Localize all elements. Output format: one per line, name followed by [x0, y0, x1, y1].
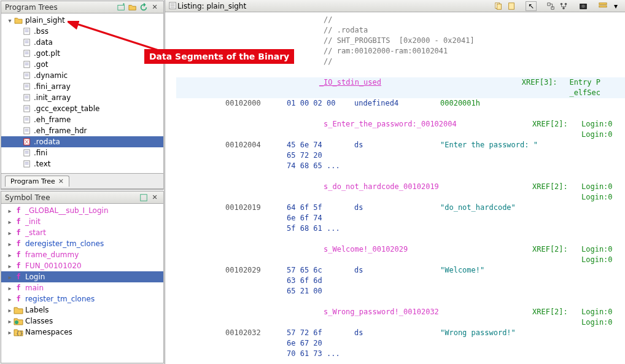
program-tree-item[interactable]: .init_array [1, 92, 163, 103]
expander-icon[interactable]: ▾ [6, 17, 14, 24]
segment-label: .rodata [34, 137, 60, 146]
listing-address[interactable]: 00102000 [225, 98, 287, 109]
paste-icon[interactable] [506, 1, 517, 11]
program-tree-item[interactable]: .got [1, 59, 163, 70]
program-tree-tab[interactable]: Program Tree ✕ [5, 176, 69, 187]
listing-symbol-label[interactable]: _IO_stdin_used [319, 77, 522, 88]
listing-address[interactable]: 00102004 [225, 140, 287, 150]
program-tree-item[interactable]: .dynamic [1, 70, 163, 81]
svg-rect-27 [24, 95, 29, 101]
xref-target[interactable]: Login:0 [581, 307, 613, 317]
program-tree-item[interactable]: .got.plt [1, 48, 163, 59]
program-tree-item[interactable]: .text [1, 158, 163, 169]
expander-icon[interactable]: ▸ [6, 329, 14, 336]
program-tree-item[interactable]: .eh_frame_hdr [1, 125, 163, 136]
function-label: FUN_00101020 [25, 261, 82, 270]
program-tree-root[interactable]: ▾plain_sight [1, 15, 163, 26]
xref-label[interactable]: XREF[2]: [532, 119, 581, 130]
symbol-tree-folder[interactable]: ▸Labels [1, 304, 163, 316]
program-tree-item[interactable]: .fini_array [1, 81, 163, 92]
listing-symbol-label[interactable]: s_Wrong_password!_00102032 [324, 307, 532, 317]
cursor-icon[interactable]: ↖ [526, 1, 537, 11]
copy-icon[interactable] [493, 1, 504, 11]
expander-icon[interactable]: ▸ [6, 207, 14, 214]
expander-icon[interactable]: ▸ [6, 230, 14, 236]
close-panel-icon[interactable]: ✕ [150, 193, 160, 203]
listing-address[interactable]: 00102019 [225, 203, 287, 213]
svg-rect-44 [24, 150, 29, 156]
listing-address[interactable]: 00102032 [225, 328, 287, 338]
xref-target[interactable]: Entry P [569, 77, 600, 88]
listing-body[interactable]: → //// .rodata// SHT_PROGBITS [0x2000 - … [165, 12, 625, 364]
xref-target[interactable]: Login:0 [581, 192, 613, 203]
expander-icon[interactable]: ▸ [6, 219, 14, 225]
symbol-tree-folder[interactable]: ▸{}Namespaces [1, 327, 163, 338]
xref-label[interactable]: XREF[2]: [532, 244, 581, 255]
function-label: register_tm_clones [25, 295, 95, 303]
fields-icon[interactable] [597, 1, 608, 11]
symbol-tree-body[interactable]: ▸f_GLOBAL__sub_I_Login▸f_init▸f_start▸fd… [1, 204, 163, 363]
segment-icon [22, 71, 32, 80]
config-icon[interactable] [139, 193, 149, 203]
listing-address[interactable]: 00102029 [225, 265, 287, 276]
program-tree-item[interactable]: .data [1, 37, 163, 48]
xref-target[interactable]: Login:0 [581, 119, 613, 130]
symbol-tree-func[interactable]: ▸f_GLOBAL__sub_I_Login [1, 205, 163, 216]
function-icon: f [14, 295, 23, 303]
xref-target[interactable]: Login:0 [581, 317, 613, 328]
program-tree-body[interactable]: ▾plain_sight.bss.data.got.plt.got.dynami… [1, 14, 163, 173]
symbol-tree-func[interactable]: ▸f_start [1, 227, 163, 238]
xref-label[interactable]: XREF[2]: [532, 182, 581, 192]
expander-icon[interactable]: ▸ [6, 285, 14, 292]
close-panel-icon[interactable]: ✕ [150, 2, 160, 12]
new-tree-icon[interactable] [117, 2, 126, 12]
xref-label[interactable]: XREF[2]: [532, 307, 581, 317]
folder-icon [14, 16, 23, 25]
expander-icon[interactable]: ▸ [6, 263, 14, 269]
expander-icon[interactable]: ▸ [6, 318, 14, 325]
toggle-flow-icon[interactable] [545, 1, 556, 11]
expander-icon[interactable]: ▸ [6, 252, 14, 258]
svg-rect-23 [24, 83, 29, 90]
symbol-tree-func[interactable]: ▸fLogin [1, 271, 163, 282]
segment-label: .gcc_except_table [34, 104, 99, 113]
symbol-tree-func[interactable]: ▸fregister_tm_clones [1, 293, 163, 304]
symbol-tree-func[interactable]: ▸fmain [1, 282, 163, 293]
expander-icon[interactable]: ▸ [6, 274, 14, 281]
symbol-tree-func[interactable]: ▸fFUN_00101020 [1, 260, 163, 271]
symbol-tree-folder[interactable]: ▸Classes [1, 316, 163, 327]
close-tab-icon[interactable]: ✕ [58, 177, 64, 185]
segment-icon [22, 27, 32, 36]
refresh-icon[interactable] [139, 2, 149, 12]
xref-target[interactable]: Login:0 [581, 255, 613, 265]
program-tree-item[interactable]: .gcc_except_table [1, 103, 163, 114]
xref-target[interactable]: _elfSec [569, 88, 600, 98]
open-folder-icon[interactable] [128, 2, 138, 12]
expander-icon[interactable]: ▸ [6, 241, 14, 247]
expander-icon[interactable]: ▸ [6, 307, 14, 314]
tree-icon[interactable] [558, 1, 569, 11]
listing-bytes: 01 00 02 00 [287, 98, 354, 109]
xref-target[interactable]: Login:0 [581, 244, 613, 255]
xref-target[interactable]: Login:0 [581, 182, 613, 192]
function-icon: f [14, 284, 23, 292]
menu-dropdown-icon[interactable]: ▾ [610, 1, 621, 11]
listing-symbol-label[interactable]: s_do_not_hardcode_00102019 [324, 182, 532, 192]
xref-label[interactable]: XREF[3]: [522, 77, 570, 88]
listing-symbol-label[interactable]: s_Enter_the_password:_00102004 [324, 119, 532, 130]
program-tree-item[interactable]: .fini [1, 147, 163, 158]
expander-icon[interactable]: ▸ [6, 296, 14, 303]
snapshot-icon[interactable] [578, 1, 589, 11]
segment-label: .data [34, 38, 53, 47]
annotation-callout: Data Segments of the Binary [144, 49, 294, 64]
program-tree-item[interactable]: .rodata [1, 136, 163, 147]
program-tree-item[interactable]: .eh_frame [1, 114, 163, 125]
symbol-tree-func[interactable]: ▸fderegister_tm_clones [1, 238, 163, 249]
listing-symbol-label[interactable]: s_Welcome!_00102029 [324, 244, 532, 255]
segment-label: .fini [34, 149, 47, 157]
symbol-tree-func[interactable]: ▸fframe_dummy [1, 249, 163, 260]
symbol-tree-func[interactable]: ▸f_init [1, 216, 163, 227]
program-tree-item[interactable]: .bss [1, 26, 163, 37]
listing-mnemonic: undefined4 [354, 98, 440, 109]
xref-target[interactable]: Login:0 [581, 130, 613, 140]
